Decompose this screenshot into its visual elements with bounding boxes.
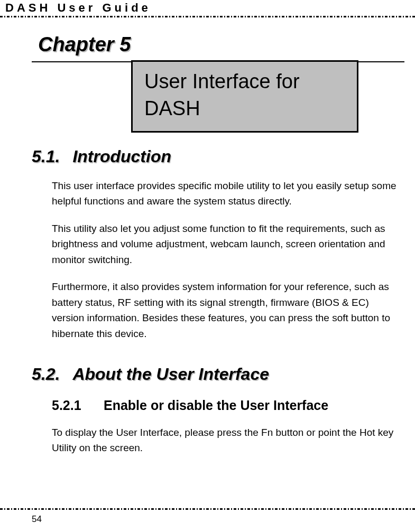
section-number: 5.1.: [32, 147, 60, 166]
section-title: About the User Interface: [72, 365, 269, 384]
paragraph: This user interface provides specific mo…: [52, 178, 402, 209]
subsection-number: 5.2.1: [52, 398, 104, 413]
page-number: 54: [0, 510, 415, 532]
chapter-banner: User Interface for DASH: [32, 61, 402, 135]
chapter-subtitle-box: User Interface for DASH: [131, 60, 358, 133]
section-heading-5-1: 5.1.Introduction: [32, 147, 402, 166]
section-heading-5-2: 5.2.About the User Interface: [32, 365, 402, 384]
paragraph: To display the User Interface, please pr…: [52, 425, 402, 456]
chapter-subtitle: User Interface for DASH: [144, 68, 345, 123]
paragraph: Furthermore, it also provides system inf…: [52, 279, 402, 341]
chapter-heading: Chapter 5: [38, 33, 402, 56]
subsection-title: Enable or disable the User Interface: [104, 398, 328, 413]
document-title: DASH User Guide: [5, 1, 410, 16]
section-title: Introduction: [72, 147, 171, 166]
section-number: 5.2.: [32, 365, 60, 384]
subsection-heading-5-2-1: 5.2.1Enable or disable the User Interfac…: [52, 398, 402, 413]
paragraph: This utility also let you adjust some fu…: [52, 221, 402, 267]
